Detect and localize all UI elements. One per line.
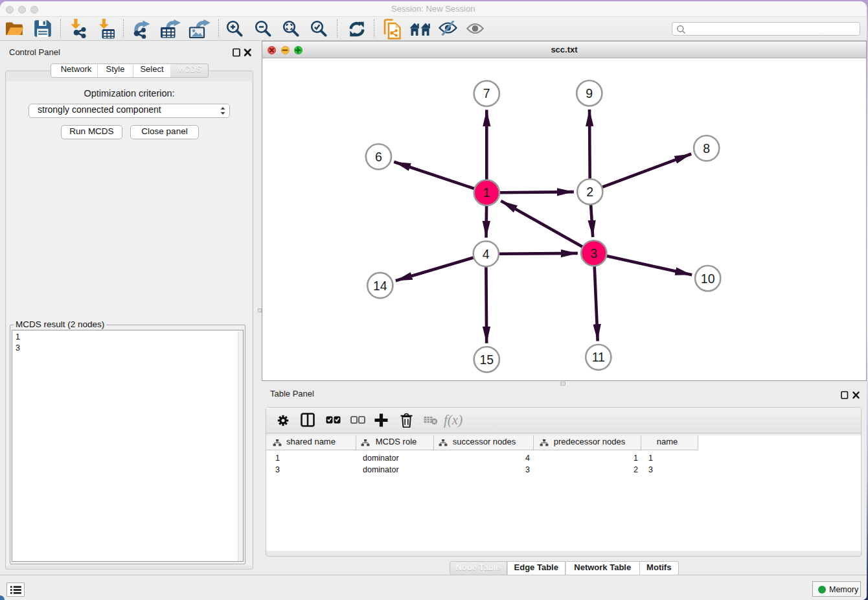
svg-text:3: 3	[590, 246, 597, 260]
svg-text:6: 6	[375, 150, 382, 164]
svg-text:9: 9	[586, 86, 593, 100]
svg-text:15: 15	[479, 352, 494, 367]
svg-text:1: 1	[483, 185, 490, 200]
svg-text:14: 14	[373, 279, 387, 293]
svg-text:4: 4	[483, 247, 490, 261]
svg-text:8: 8	[703, 141, 710, 156]
svg-text:11: 11	[592, 350, 605, 364]
svg-text:7: 7	[483, 86, 490, 100]
svg-text:10: 10	[701, 271, 715, 286]
svg-text:2: 2	[586, 185, 593, 199]
